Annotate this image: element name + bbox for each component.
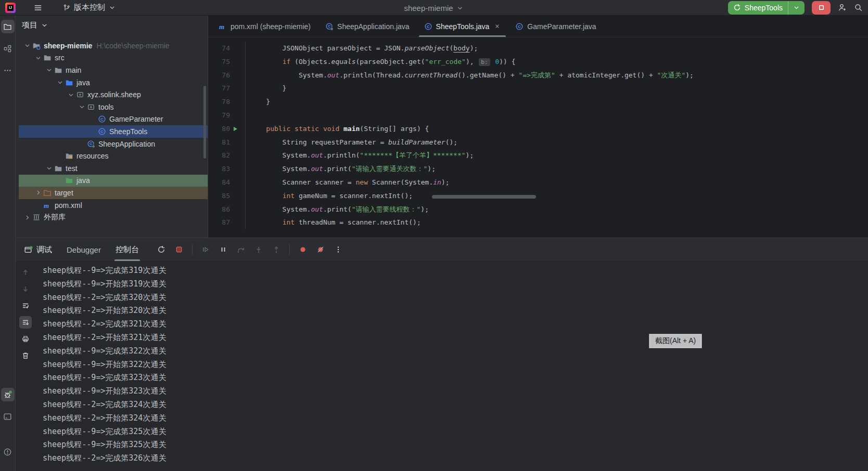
console-line: sheep线程--9=>完成第322次通关 bbox=[43, 345, 868, 358]
run-widget[interactable]: SheepTools bbox=[728, 1, 805, 15]
tree-item-外部库[interactable]: 外部库 bbox=[19, 211, 208, 224]
debug-tool-button[interactable] bbox=[1, 388, 15, 401]
tree-item-main[interactable]: main bbox=[19, 64, 208, 76]
folder-icon bbox=[54, 66, 63, 74]
tree-item-java[interactable]: java bbox=[19, 175, 208, 187]
more-tool-windows-button[interactable] bbox=[1, 63, 15, 77]
folder-blue-icon bbox=[65, 78, 74, 87]
close-tab-icon[interactable] bbox=[494, 23, 501, 30]
main-menu-icon[interactable] bbox=[29, 2, 47, 14]
line-number: 78 bbox=[208, 95, 230, 109]
code-line: 81 String requestParameter = buildParame… bbox=[208, 136, 868, 149]
editor-horizontal-scrollbar[interactable] bbox=[432, 195, 536, 199]
code-text bbox=[246, 109, 250, 122]
next-occurrence-button[interactable] bbox=[19, 283, 32, 295]
pause-button[interactable] bbox=[216, 243, 230, 256]
debug-tab-控制台[interactable]: 控制台 bbox=[110, 238, 144, 261]
active-tab-underline bbox=[114, 259, 140, 261]
tree-item-test[interactable]: test bbox=[19, 162, 208, 175]
folder-icon bbox=[43, 54, 52, 62]
tree-item-java[interactable]: java bbox=[19, 76, 208, 89]
rerun-icon bbox=[157, 245, 165, 254]
chevron-down-icon[interactable] bbox=[45, 164, 54, 172]
project-panel-header[interactable]: 项目 bbox=[16, 16, 208, 34]
chevron-down-icon[interactable] bbox=[56, 78, 65, 86]
prev-occurrence-button[interactable] bbox=[19, 266, 32, 279]
debug-window-label: 调试 bbox=[36, 245, 52, 255]
gutter-slot bbox=[230, 109, 246, 122]
mute-breakpoints-icon bbox=[316, 245, 325, 254]
tree-item-sheepapplication[interactable]: CSheepApplication bbox=[19, 138, 208, 150]
run-gutter-icon[interactable] bbox=[230, 122, 246, 136]
tree-item-sheeptools[interactable]: CSheepTools bbox=[19, 125, 208, 138]
soft-wrap-button[interactable] bbox=[19, 299, 32, 312]
line-number: 87 bbox=[208, 216, 230, 229]
trash-icon bbox=[21, 351, 30, 360]
printer-icon bbox=[21, 335, 30, 343]
gutter-slot bbox=[230, 82, 246, 95]
chevron-right-icon[interactable] bbox=[34, 189, 43, 197]
tab-pom-xml-sheep-miemie[interactable]: mpom.xml (sheep-miemie) bbox=[211, 16, 318, 37]
resume-button[interactable] bbox=[199, 243, 212, 256]
step-out-button[interactable] bbox=[270, 243, 283, 256]
project-tool-button[interactable] bbox=[1, 20, 15, 33]
tab-sheeptools-java[interactable]: CSheepTools.java bbox=[417, 16, 508, 37]
print-button[interactable] bbox=[19, 333, 32, 345]
tree-item-target[interactable]: target bbox=[19, 187, 208, 199]
terminal-tool-button[interactable] bbox=[1, 410, 15, 423]
debug-window-title[interactable]: 调试 bbox=[24, 245, 52, 255]
hamburger-icon bbox=[33, 3, 43, 12]
code-text: String requestParameter = buildParameter… bbox=[246, 136, 457, 149]
vcs-widget[interactable]: 版本控制 bbox=[58, 1, 120, 14]
mute-breakpoints-button[interactable] bbox=[314, 243, 327, 256]
problems-tool-button[interactable] bbox=[1, 445, 15, 459]
clear-console-button[interactable] bbox=[19, 349, 32, 362]
tree-item-path: H:\code\sheep-miemie bbox=[96, 42, 169, 50]
run-config-dropdown[interactable] bbox=[788, 1, 805, 15]
console-output[interactable]: sheep线程--9=>完成第319次通关sheep线程--9=>开始第319次… bbox=[35, 261, 868, 471]
tree-item-src[interactable]: src bbox=[19, 52, 208, 64]
view-breakpoints-button[interactable] bbox=[296, 243, 310, 256]
chevron-down-icon[interactable] bbox=[34, 54, 43, 62]
chevron-down-icon[interactable] bbox=[67, 91, 75, 99]
rerun-button[interactable] bbox=[155, 243, 168, 256]
tree-item-gameparameter[interactable]: CGameParameter bbox=[19, 113, 208, 126]
stop-button[interactable] bbox=[172, 243, 186, 256]
line-number: 85 bbox=[208, 189, 230, 203]
more-actions-button[interactable] bbox=[331, 243, 345, 256]
search-everywhere-button[interactable] bbox=[854, 3, 863, 12]
step-into-button[interactable] bbox=[252, 243, 265, 256]
line-number: 84 bbox=[208, 176, 230, 189]
tree-item-tools[interactable]: tools bbox=[19, 101, 208, 113]
code-editor[interactable]: 74 JSONObject parseObject = JSON.parseOb… bbox=[208, 37, 868, 238]
line-number: 80 bbox=[208, 122, 230, 136]
chevron-down-icon[interactable] bbox=[23, 42, 32, 49]
project-widget-label: sheep-miemie bbox=[404, 4, 453, 12]
tree-item-sheep-miemie[interactable]: sheep-miemieH:\code\sheep-miemie bbox=[19, 40, 208, 52]
svg-text:C: C bbox=[100, 129, 104, 134]
code-with-me-button[interactable] bbox=[838, 3, 847, 12]
chevron-down-icon[interactable] bbox=[45, 66, 54, 74]
gutter-slot bbox=[230, 136, 246, 149]
tree-item-resources[interactable]: resources bbox=[19, 150, 208, 162]
code-line: 80 public static void main(String[] args… bbox=[208, 122, 868, 136]
chevron-down-icon[interactable] bbox=[78, 103, 86, 111]
tree-item-label: resources bbox=[76, 152, 108, 160]
chevron-right-icon[interactable] bbox=[23, 214, 32, 221]
tree-item-pom-xml[interactable]: mpom.xml bbox=[19, 199, 208, 212]
tree-item-xyz-solink-sheep[interactable]: xyz.solink.sheep bbox=[19, 88, 208, 101]
editor-tab-bar: mpom.xml (sheep-miemie)CSheepApplication… bbox=[208, 16, 868, 37]
tab-gameparameter-java[interactable]: CGameParameter.java bbox=[508, 16, 603, 37]
project-widget[interactable]: sheep-miemie bbox=[404, 0, 464, 16]
class-icon: C bbox=[97, 115, 107, 123]
gutter-slot bbox=[230, 149, 246, 162]
step-over-button[interactable] bbox=[234, 243, 248, 256]
tab-sheepapplication-java[interactable]: CSheepApplication.java bbox=[318, 16, 417, 37]
scroll-to-end-button[interactable] bbox=[19, 316, 32, 329]
debug-tab-debugger[interactable]: Debugger bbox=[61, 238, 106, 261]
stop-button[interactable] bbox=[812, 1, 831, 15]
project-scrollbar[interactable] bbox=[203, 86, 206, 159]
stop-icon bbox=[818, 4, 825, 11]
structure-tool-button[interactable] bbox=[1, 42, 15, 55]
chevron-down-icon bbox=[108, 4, 116, 11]
